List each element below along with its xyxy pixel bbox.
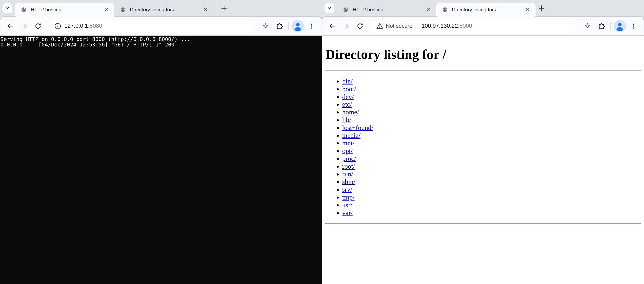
directory-link[interactable]: bin/ — [342, 77, 353, 85]
reload-button[interactable] — [354, 20, 366, 32]
extensions-button[interactable] — [596, 20, 607, 32]
star-icon — [262, 22, 269, 30]
tab-http-hosting[interactable]: HTTP hosting — [15, 3, 114, 16]
arrow-left-icon — [7, 22, 14, 30]
toolbar: 127.0.0.1:8080 — [0, 16, 322, 36]
plus-icon — [538, 4, 545, 12]
globe-icon — [21, 7, 26, 12]
arrow-right-icon — [20, 22, 28, 30]
directory-link[interactable]: opt/ — [342, 147, 353, 154]
three-dot-menu-icon — [630, 22, 637, 30]
url-text: 100.97.130.22:8000 — [422, 23, 472, 29]
list-item: srv/ — [342, 186, 641, 194]
tab-divider — [216, 5, 216, 12]
browser-menu-button[interactable] — [628, 20, 640, 32]
list-item: run/ — [342, 170, 641, 178]
list-item: opt/ — [342, 147, 641, 155]
new-tab-button[interactable] — [218, 2, 230, 14]
url-host: 100.97.130.22 — [422, 23, 458, 29]
tab-directory-listing[interactable]: Directory listing for / — [436, 3, 536, 16]
globe-icon — [120, 7, 126, 12]
list-item: mnt/ — [342, 139, 641, 147]
list-item: boot/ — [342, 85, 641, 93]
tab-title: Directory listing for / — [452, 7, 522, 12]
tab-search-button[interactable] — [324, 3, 334, 13]
directory-link[interactable]: var/ — [342, 209, 353, 216]
extensions-button[interactable] — [274, 20, 285, 32]
list-item: proc/ — [342, 155, 641, 162]
browser-window-left: HTTP hosting Directory listing for / 127… — [0, 0, 322, 284]
directory-link[interactable]: boot/ — [342, 85, 356, 93]
list-item: dev/ — [342, 93, 641, 101]
terminal-page: Serving HTTP on 0.0.0.0 port 8000 (http:… — [0, 36, 322, 284]
tab-directory-listing[interactable]: Directory listing for / — [114, 3, 214, 16]
new-tab-button[interactable] — [536, 2, 547, 14]
tab-http-hosting[interactable]: HTTP hosting — [337, 3, 436, 16]
directory-link[interactable]: home/ — [342, 108, 359, 116]
reload-icon — [34, 22, 42, 30]
directory-link[interactable]: lib/ — [342, 116, 351, 124]
arrow-left-icon — [329, 22, 336, 30]
tab-title: HTTP hosting — [31, 7, 100, 12]
list-item: root/ — [342, 162, 641, 170]
bookmark-button[interactable] — [260, 20, 271, 32]
directory-link[interactable]: lost+found/ — [342, 124, 373, 132]
list-item: var/ — [342, 209, 641, 217]
list-item: media/ — [342, 132, 641, 139]
directory-link[interactable]: sbin/ — [342, 178, 355, 186]
browser-menu-button[interactable] — [306, 20, 318, 32]
forward-button[interactable] — [18, 20, 30, 32]
star-icon — [584, 22, 591, 30]
back-button[interactable] — [326, 20, 338, 32]
person-icon — [614, 20, 626, 32]
close-icon[interactable] — [424, 6, 432, 14]
forward-button[interactable] — [340, 20, 352, 32]
directory-link[interactable]: etc/ — [342, 100, 352, 108]
url-text: 127.0.0.1:8080 — [64, 23, 102, 29]
directory-link[interactable]: root/ — [342, 162, 355, 170]
tab-strip: HTTP hosting Directory listing for / — [322, 0, 644, 16]
globe-icon — [343, 7, 348, 12]
directory-link[interactable]: dev/ — [342, 93, 354, 100]
directory-link[interactable]: tmp/ — [342, 194, 354, 201]
directory-link[interactable]: proc/ — [342, 155, 356, 162]
address-bar[interactable]: Not secure 100.97.130.22:8000 — [371, 19, 577, 33]
directory-link[interactable]: media/ — [342, 132, 360, 139]
profile-avatar-button[interactable] — [614, 20, 626, 32]
list-item: home/ — [342, 108, 641, 116]
back-button[interactable] — [4, 20, 16, 32]
directory-link[interactable]: run/ — [342, 170, 353, 178]
terminal-line: Serving HTTP on 0.0.0.0 port 8000 (http:… — [0, 36, 322, 42]
directory-link[interactable]: mnt/ — [342, 139, 354, 147]
browser-window-right: HTTP hosting Directory listing for / Not… — [322, 0, 644, 284]
arrow-right-icon — [342, 22, 350, 30]
reload-button[interactable] — [32, 20, 44, 32]
tab-strip: HTTP hosting Directory listing for / — [0, 0, 322, 16]
tab-search-button[interactable] — [2, 3, 12, 13]
directory-link[interactable]: usr/ — [342, 201, 352, 209]
close-icon[interactable] — [524, 6, 531, 14]
info-icon[interactable] — [54, 22, 61, 30]
page-title: Directory listing for / — [325, 47, 641, 62]
warning-triangle-icon[interactable] — [376, 22, 383, 30]
list-item: etc/ — [342, 100, 641, 108]
terminal-line: 0.0.0.0 - - [04/Dec/2024 12:53:56] "GET … — [0, 42, 322, 48]
directory-list: bin/boot/dev/etc/home/lib/lost+found/med… — [325, 77, 641, 216]
divider — [325, 223, 641, 224]
list-item: usr/ — [342, 201, 641, 209]
list-item: lost+found/ — [342, 124, 641, 132]
toolbar-separator — [288, 22, 289, 30]
chevron-down-icon — [326, 6, 332, 11]
close-icon[interactable] — [202, 6, 209, 14]
close-icon[interactable] — [102, 6, 110, 14]
url-host: 127.0.0.1 — [64, 23, 88, 29]
puzzle-icon — [598, 22, 605, 30]
tab-title: Directory listing for / — [130, 7, 200, 12]
address-bar[interactable]: 127.0.0.1:8080 — [49, 19, 255, 33]
bookmark-button[interactable] — [582, 20, 593, 32]
directory-link[interactable]: srv/ — [342, 186, 352, 193]
list-item: lib/ — [342, 116, 641, 124]
profile-avatar-button[interactable] — [292, 20, 304, 32]
list-item: sbin/ — [342, 178, 641, 186]
list-item: bin/ — [342, 77, 641, 85]
